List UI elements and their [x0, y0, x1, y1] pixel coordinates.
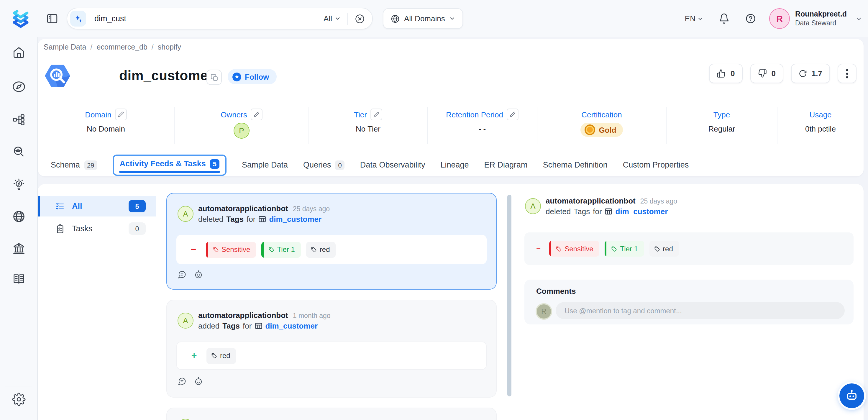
tag-icon — [556, 246, 562, 251]
feed-card-deleted-tags[interactable]: A automatorapplicationbot 25 days ago de… — [166, 193, 497, 290]
notifications-bell-icon[interactable] — [718, 13, 730, 24]
tag-chips: Sensitive Tier 1 red — [549, 241, 679, 257]
add-reaction-icon[interactable] — [194, 377, 203, 386]
entity-link[interactable]: dim_customer — [269, 215, 321, 223]
global-search-bar[interactable]: All — [67, 8, 373, 30]
edit-owners-icon[interactable] — [251, 109, 262, 120]
entity-tabs: Schema 29 Activity Feeds & Tasks 5 Sampl… — [51, 153, 689, 176]
tag-chips: Sensitive Tier 1 red — [206, 242, 336, 258]
filter-tasks-count: 0 — [129, 222, 146, 235]
reply-comment-icon[interactable] — [178, 270, 186, 279]
home-icon[interactable] — [12, 46, 25, 59]
tab-sample-data[interactable]: Sample Data — [242, 160, 288, 169]
downvote-count: 0 — [771, 69, 775, 78]
bot-avatar — [178, 419, 193, 420]
entity-meta-row: Domain No Domain Owners P Tier No Tier — [38, 107, 864, 144]
ai-sparkle-icon — [70, 11, 86, 27]
chevron-down-icon — [697, 16, 703, 22]
detail-timestamp: 25 days ago — [640, 198, 677, 205]
clipboard-tasks-icon — [56, 224, 65, 233]
comment-input[interactable] — [556, 302, 845, 319]
upvote-button[interactable]: 0 — [709, 64, 742, 83]
search-scope-dropdown[interactable]: All — [323, 14, 341, 23]
topbar-right-group: EN R Rounakpreet.d Data Steward — [685, 8, 862, 29]
filter-tasks[interactable]: Tasks 0 — [38, 218, 156, 239]
tag-chip-sensitive: Sensitive — [206, 242, 256, 258]
tab-activity-feeds[interactable]: Activity Feeds & Tasks 5 — [113, 154, 226, 176]
user-profile-menu[interactable]: R Rounakpreet.d Data Steward — [769, 8, 862, 29]
entity-actions: 0 0 1.7 — [709, 64, 857, 83]
search-input[interactable] — [93, 13, 323, 24]
breadcrumb-schema[interactable]: shopify — [158, 43, 181, 51]
edit-retention-icon[interactable] — [507, 109, 519, 120]
bigquery-service-icon — [44, 62, 71, 90]
entity-header-panel: Sample Data / ecommerce_db / shopify dim… — [38, 39, 864, 176]
copy-link-icon[interactable] — [207, 69, 222, 85]
edit-domain-icon[interactable] — [115, 109, 127, 120]
glossary-book-icon[interactable] — [12, 272, 25, 286]
add-reaction-icon[interactable] — [194, 270, 203, 279]
breadcrumb-service[interactable]: Sample Data — [44, 43, 86, 51]
tab-activity-count: 5 — [210, 159, 219, 169]
version-button[interactable]: 1.7 — [791, 64, 830, 83]
insights-bulb-icon[interactable] — [12, 178, 25, 191]
user-name: Rounakpreet.d — [795, 10, 847, 19]
explore-compass-icon[interactable] — [12, 80, 25, 93]
feed-card-partial[interactable] — [166, 408, 497, 420]
entity-link[interactable]: dim_customer — [265, 322, 318, 330]
tag-change-box: + red — [176, 341, 487, 370]
top-navbar: All All Domains EN R — [0, 0, 868, 37]
user-avatar: R — [769, 8, 790, 29]
owner-avatar[interactable]: P — [234, 123, 250, 139]
removed-indicator: − — [536, 244, 540, 253]
observability-icon[interactable] — [12, 145, 25, 159]
chat-assistant-robot-icon[interactable] — [839, 384, 864, 408]
usage-label: Usage — [809, 110, 831, 119]
feed-scrollbar[interactable] — [507, 195, 512, 396]
tag-chip-red: red — [306, 242, 336, 258]
reply-comment-icon[interactable] — [178, 377, 186, 386]
entity-link[interactable]: dim_customer — [616, 207, 668, 216]
table-icon — [258, 215, 266, 223]
settings-gear-icon[interactable] — [12, 393, 25, 406]
feed-action-line: deleted Tags for dim_customer — [198, 215, 321, 223]
tab-lineage[interactable]: Lineage — [440, 160, 469, 169]
tab-data-observability[interactable]: Data Observability — [360, 160, 425, 169]
downvote-button[interactable]: 0 — [750, 64, 783, 83]
detail-action-line: deleted Tags for dim_customer — [546, 207, 668, 216]
search-clear-icon[interactable] — [354, 13, 365, 24]
tab-queries-count: 0 — [335, 160, 345, 170]
table-icon — [605, 208, 613, 215]
filter-all[interactable]: All 5 — [38, 196, 156, 216]
thumbs-up-icon — [717, 69, 726, 78]
help-icon[interactable] — [745, 13, 756, 24]
edit-tier-icon[interactable] — [370, 109, 382, 120]
tab-schema[interactable]: Schema 29 — [51, 160, 97, 170]
domains-globe-icon[interactable] — [12, 210, 25, 223]
tag-chips: red — [207, 348, 236, 364]
tab-er-diagram[interactable]: ER Diagram — [484, 160, 528, 169]
tab-custom-properties[interactable]: Custom Properties — [623, 160, 689, 169]
all-domains-dropdown[interactable]: All Domains — [383, 8, 463, 29]
tier-label: Tier — [354, 110, 367, 119]
thumbs-down-icon — [758, 69, 767, 78]
more-options-kebab-icon[interactable] — [838, 64, 857, 83]
feed-card-added-tags[interactable]: A automatorapplicationbot 1 month ago ad… — [166, 300, 497, 398]
left-nav-rail — [0, 37, 38, 420]
star-icon: ★ — [232, 72, 241, 81]
tab-schema-definition[interactable]: Schema Definition — [543, 160, 608, 169]
govern-bank-icon[interactable] — [12, 242, 25, 255]
data-assets-hierarchy-icon[interactable] — [12, 113, 25, 126]
follow-button[interactable]: ★ Follow — [228, 69, 277, 84]
bot-avatar: A — [525, 198, 541, 214]
activity-feed-panel: All 5 Tasks 0 A automatorapplicationbot … — [38, 184, 864, 420]
breadcrumb-database[interactable]: ecommerce_db — [97, 43, 148, 51]
page-title: dim_customer — [119, 68, 213, 84]
feed-card-actions — [178, 270, 203, 279]
tab-queries[interactable]: Queries 0 — [303, 160, 345, 170]
feed-timestamp: 25 days ago — [293, 205, 330, 212]
checklist-icon — [56, 202, 65, 211]
openmetadata-logo-icon[interactable] — [11, 8, 31, 29]
language-selector[interactable]: EN — [685, 14, 703, 23]
sidebar-toggle-icon[interactable] — [46, 12, 58, 25]
